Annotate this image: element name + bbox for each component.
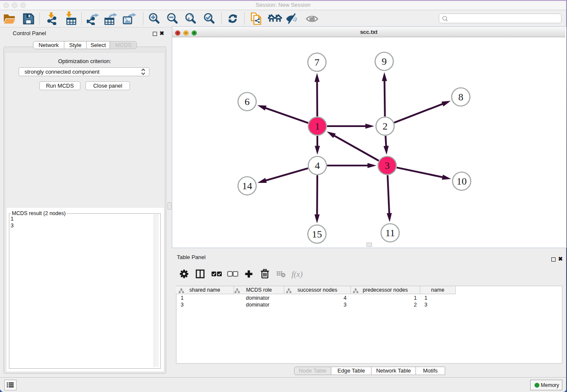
svg-text:9: 9 <box>382 56 387 67</box>
svg-text:7: 7 <box>314 57 319 68</box>
svg-text:10: 10 <box>457 176 467 187</box>
svg-text:3: 3 <box>385 160 390 171</box>
svg-text:6: 6 <box>245 96 250 107</box>
svg-text:1: 1 <box>315 121 320 132</box>
svg-text:2: 2 <box>383 121 388 132</box>
svg-text:8: 8 <box>458 91 463 102</box>
svg-text:f(x): f(x) <box>292 270 303 279</box>
svg-text:14: 14 <box>242 180 252 191</box>
svg-text:11: 11 <box>385 227 395 238</box>
svg-text:15: 15 <box>312 229 322 240</box>
svg-text:4: 4 <box>315 160 320 171</box>
